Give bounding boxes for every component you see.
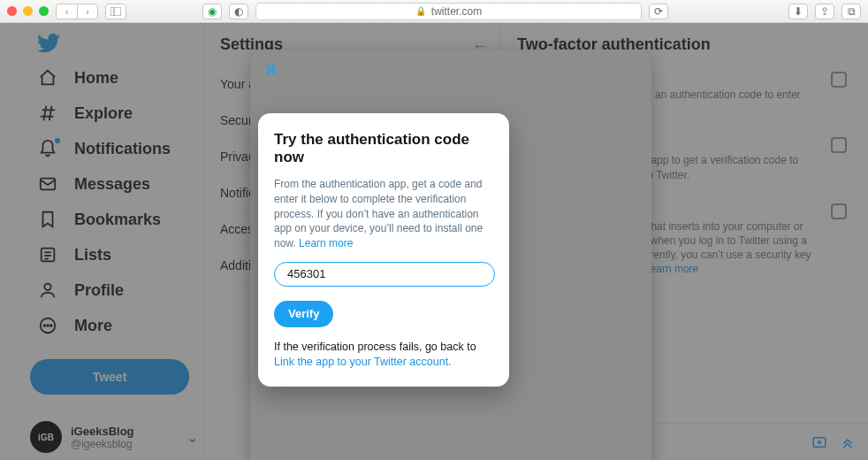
close-icon[interactable]: ✕ [264, 60, 278, 80]
zoom-window-icon[interactable] [39, 6, 49, 16]
url-label: twitter.com [431, 5, 482, 18]
share-button[interactable]: ⇪ [815, 4, 834, 19]
sidebar-toggle-button[interactable] [105, 4, 126, 19]
lock-icon: 🔒 [415, 6, 426, 16]
modal-title: Try the authentication code now [274, 131, 493, 166]
address-bar[interactable]: 🔒 twitter.com [255, 3, 642, 20]
nav-back-forward: ‹ › [56, 4, 98, 19]
browser-chrome: ‹ › ◉ ◐ 🔒 twitter.com ⟳ ⬇ ⇪ ⧉ [0, 0, 868, 23]
downloads-button[interactable]: ⬇ [788, 4, 808, 19]
extension-button[interactable]: ◉ [202, 4, 222, 19]
learn-more-link[interactable]: Learn more [299, 237, 353, 249]
forward-button[interactable]: › [77, 4, 98, 19]
auth-code-modal: Try the authentication code now From the… [258, 113, 509, 387]
close-window-icon[interactable] [7, 6, 17, 16]
minimize-window-icon[interactable] [23, 6, 33, 16]
modal-body: From the authentication app, get a code … [274, 177, 493, 251]
auth-code-input[interactable] [274, 262, 495, 287]
tabs-button[interactable]: ⧉ [841, 4, 861, 19]
modal-fallback-text: If the verification process fails, go ba… [274, 340, 493, 371]
app: Home Explore Notifications Messages Book… [0, 23, 868, 460]
link-app-link[interactable]: Link the app to your Twitter account. [274, 356, 452, 368]
svg-rect-0 [110, 7, 121, 16]
back-button[interactable]: ‹ [56, 4, 77, 19]
reader-button[interactable]: ◐ [229, 4, 248, 19]
window-controls [7, 6, 49, 16]
verify-button[interactable]: Verify [274, 301, 333, 327]
reload-button[interactable]: ⟳ [649, 4, 668, 19]
